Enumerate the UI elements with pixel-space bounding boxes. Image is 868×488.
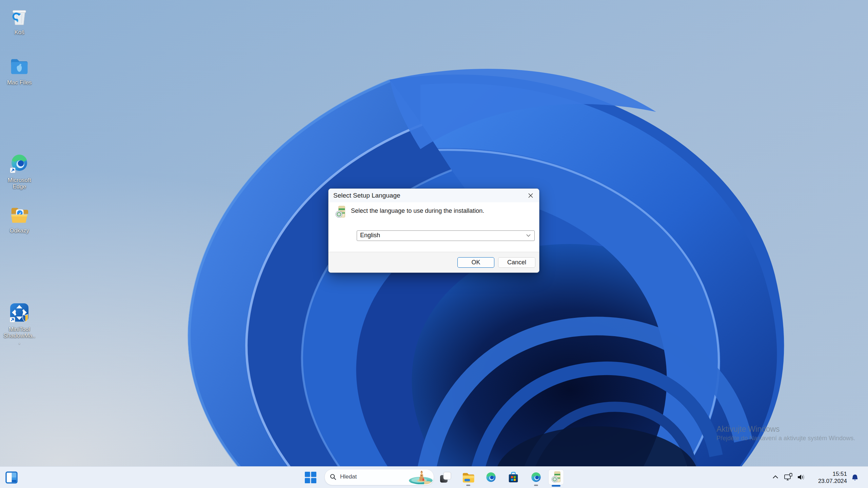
dialog-message: Select the language to use during the in… xyxy=(351,207,484,215)
dialog-title: Select Setup Language xyxy=(333,189,400,202)
microsoft-store-button[interactable] xyxy=(506,470,521,485)
desktop-icon-odkazy[interactable]: Odkazy xyxy=(3,202,36,234)
watermark-title: Aktivujte Windows xyxy=(716,425,855,434)
desktop-icon-label: Odkazy xyxy=(3,227,36,234)
search-placeholder: Hledat xyxy=(340,469,357,484)
chevron-down-icon xyxy=(526,234,531,237)
edge-browser-button[interactable] xyxy=(484,470,498,485)
language-select-value: English xyxy=(360,231,380,240)
desktop-icon-label: Microsoft Edge xyxy=(3,177,36,190)
language-select[interactable]: English xyxy=(357,230,535,241)
dialog-titlebar: Select Setup Language xyxy=(329,189,539,202)
search-box[interactable]: Hledat xyxy=(324,469,434,485)
task-view-icon xyxy=(439,471,452,484)
running-indicator xyxy=(466,485,470,486)
active-app-indicator xyxy=(552,485,560,487)
activate-windows-watermark: Aktivujte Windows Přejděte do Nastavení … xyxy=(716,425,855,442)
links-folder-safari-icon xyxy=(3,202,36,227)
minitool-shadowmaker-icon xyxy=(3,301,36,325)
select-setup-language-dialog: Select Setup Language Select the languag… xyxy=(328,188,539,273)
edge-browser-icon xyxy=(3,152,36,176)
desktop-icon-label: Mac Files xyxy=(3,79,36,86)
dialog-body: Select the language to use during the in… xyxy=(329,202,539,252)
edge-browser-icon xyxy=(530,471,542,484)
watermark-subtitle: Přejděte do Nastavení a aktivujte systém… xyxy=(716,435,855,442)
network-icon[interactable] xyxy=(783,472,794,482)
desktop-icon-microsoft-edge[interactable]: Microsoft Edge xyxy=(3,152,36,190)
windows-logo-icon xyxy=(305,472,316,483)
widgets-button[interactable] xyxy=(4,470,19,485)
file-explorer-button[interactable] xyxy=(461,470,476,485)
microsoft-store-icon xyxy=(507,471,520,484)
cancel-button[interactable]: Cancel xyxy=(498,257,535,268)
running-indicator xyxy=(534,485,538,486)
desktop-icon-mac-files[interactable]: Mac Files xyxy=(3,54,36,86)
edge-browser-icon xyxy=(485,471,497,484)
blue-folder-apple-icon xyxy=(3,54,36,79)
desktop: Koš Mac Files xyxy=(0,0,868,488)
search-icon xyxy=(330,474,336,480)
clock[interactable]: 15:51 23.07.2024 xyxy=(810,470,847,485)
desktop-icon-minitool-shadowmaker[interactable]: MiniTool ShadowMa... xyxy=(3,301,36,345)
clock-date: 23.07.2024 xyxy=(810,477,847,485)
notification-bell-icon[interactable] xyxy=(848,471,861,484)
clock-time: 15:51 xyxy=(810,470,847,477)
file-explorer-icon xyxy=(462,471,475,484)
start-button[interactable] xyxy=(303,470,318,485)
desktop-icon-label: Koš xyxy=(3,29,36,36)
recycle-bin-icon xyxy=(3,4,36,28)
volume-icon[interactable] xyxy=(795,472,807,482)
setup-installer-app-button[interactable] xyxy=(548,469,564,485)
installer-box-cd-icon xyxy=(335,205,346,220)
installer-box-cd-icon xyxy=(551,471,561,483)
close-icon[interactable] xyxy=(525,190,537,201)
desktop-icon-recycle-bin[interactable]: Koš xyxy=(3,4,36,36)
dialog-footer: OK Cancel xyxy=(329,252,539,273)
taskbar: Hledat xyxy=(0,466,868,488)
ok-button[interactable]: OK xyxy=(457,257,494,268)
desktop-icon-label: MiniTool ShadowMa... xyxy=(3,326,36,345)
search-highlight-image xyxy=(407,469,434,484)
edge-browser-button-2[interactable] xyxy=(529,470,544,485)
task-view-button[interactable] xyxy=(438,470,453,485)
tray-chevron-up-icon[interactable] xyxy=(770,471,781,483)
widgets-icon xyxy=(5,471,18,484)
